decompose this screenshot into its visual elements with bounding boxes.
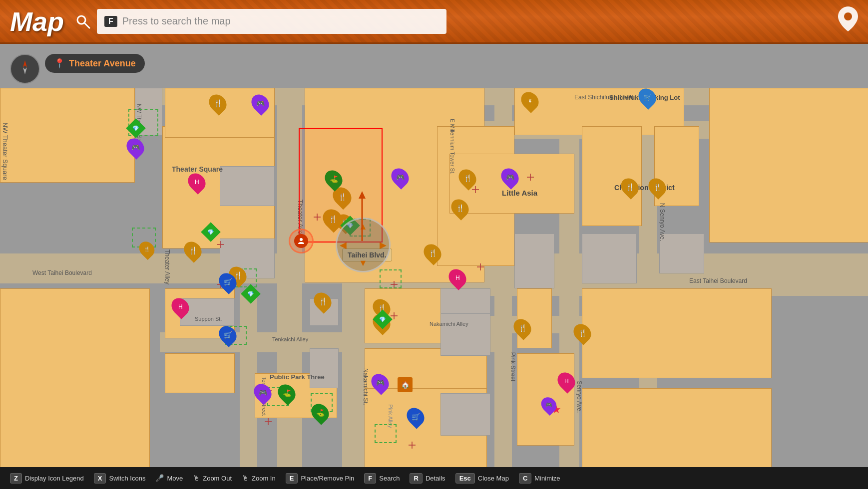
pin-food-bottom-1[interactable]: 🍴 — [315, 292, 331, 311]
marker-cross-2 — [527, 174, 534, 181]
search-label: Search — [379, 475, 400, 482]
map-title: Map — [10, 6, 64, 37]
map-container[interactable]: Theater Square NW Theater Square Theater… — [0, 44, 868, 467]
pin-shop-3[interactable]: 🛒 — [408, 407, 424, 426]
gray-9 — [514, 234, 554, 288]
move-key: 🎤 Move — [155, 474, 183, 482]
pin-home-1[interactable]: 🏠 — [398, 377, 413, 392]
bottom-bar: Z Display Icon Legend X Switch Icons 🎤 M… — [0, 467, 868, 489]
right-block-1 — [582, 126, 642, 226]
zoom-in-icon: 🖱 — [242, 474, 249, 482]
details-label: Details — [426, 475, 445, 482]
place-pin-label: Place/Remove Pin — [301, 475, 354, 482]
gray-6 — [440, 288, 490, 316]
pin-food-left-1[interactable]: 🍴 — [185, 241, 201, 260]
pin-shop-4[interactable]: 🛒 — [639, 88, 655, 107]
move-icon: 🎤 — [155, 474, 164, 482]
pin-game-3[interactable]: 🎮 — [392, 168, 408, 187]
pin-food-right-1[interactable]: 🍴 — [514, 318, 530, 337]
dashed-highlight-9 — [375, 424, 397, 443]
switch-icons-label: Switch Icons — [109, 475, 145, 482]
pin-food-2[interactable]: ¥ — [522, 91, 538, 110]
pin-special-2[interactable]: 💎 — [204, 225, 218, 239]
pin-hotel-2[interactable]: H — [172, 297, 188, 316]
pin-special-1[interactable]: 💎 — [129, 121, 143, 135]
c-key-badge: C — [519, 473, 531, 484]
zoom-out-label: Zoom Out — [203, 475, 232, 482]
pin-golf-2[interactable]: ⛳ — [279, 384, 295, 403]
zoom-out-icon: 🖱 — [193, 474, 200, 482]
z-key-badge: Z — [10, 473, 22, 484]
pin-special-5[interactable]: 💎 — [376, 312, 390, 326]
place-pin-key: E Place/Remove Pin — [286, 473, 355, 484]
breadcrumb-location: Theater Avenue — [69, 58, 136, 69]
minimize-key: C Minimize — [519, 473, 560, 484]
gray-7 — [440, 313, 490, 356]
compass-needle — [16, 58, 34, 80]
display-icon-legend-key: Z Display Icon Legend — [10, 473, 84, 484]
pin-food-4[interactable]: 🍴 — [452, 199, 468, 218]
nw-block — [0, 88, 135, 183]
pin-hotel-1[interactable]: H — [189, 173, 205, 192]
pin-game-5[interactable]: 🎮 — [255, 383, 271, 402]
pin-game-bottom-1[interactable]: 🎮 — [542, 397, 556, 413]
close-map-key[interactable]: Esc Close Map — [455, 473, 509, 484]
pin-game-2[interactable]: 🎮 — [252, 94, 268, 113]
pin-hotel-4[interactable]: H — [558, 372, 574, 391]
pin-food-1[interactable]: 🍴 — [210, 94, 226, 113]
marker-cross-8 — [265, 418, 272, 425]
zoom-in-label: Zoom In — [252, 475, 276, 482]
location-breadcrumb: 📍 Theater Avenue — [45, 54, 145, 73]
marker-cross-11 — [477, 263, 484, 270]
right-bottom-block — [582, 288, 772, 378]
header: Map F Press to search the map — [0, 0, 868, 44]
gray-11 — [659, 234, 704, 273]
close-map-label: Close Map — [478, 475, 509, 482]
pin-hotel-3[interactable]: H — [449, 268, 465, 287]
pin-food-3[interactable]: 🍴 — [459, 169, 475, 188]
pin-food-right-3[interactable]: 🍴 — [425, 244, 440, 262]
r-key-badge: R — [410, 473, 422, 484]
svg-marker-4 — [359, 191, 366, 199]
svg-line-1 — [84, 23, 89, 28]
pin-food-right-2[interactable]: 🍴 — [574, 323, 590, 342]
bottom-left-block — [0, 288, 150, 467]
direction-arrow — [357, 191, 367, 253]
pin-shop-1[interactable]: 🛒 — [220, 272, 236, 291]
pin-food-far-right-2[interactable]: 🍴 — [649, 178, 665, 197]
pin-golf-3[interactable]: ⛳ — [312, 403, 328, 422]
b-left-3 — [165, 353, 235, 393]
e-key-badge: E — [286, 473, 298, 484]
svg-marker-7 — [23, 67, 27, 74]
pin-shop-2[interactable]: 🛒 — [220, 325, 236, 344]
marker-cross-3 — [217, 241, 224, 248]
svg-point-2 — [844, 12, 852, 20]
pin-special-3[interactable]: 💎 — [244, 287, 258, 301]
gray-8 — [440, 393, 490, 436]
search-bar[interactable]: F Press to search the map — [97, 9, 446, 34]
location-icon — [838, 6, 858, 36]
pin-game-4[interactable]: 🎮 — [502, 168, 518, 187]
esc-key-badge: Esc — [455, 473, 475, 484]
minimize-label: Minimize — [534, 475, 560, 482]
breadcrumb-pin-icon: 📍 — [54, 58, 65, 69]
display-icon-legend-label: Display Icon Legend — [25, 475, 84, 482]
pin-food-left-2[interactable]: 🍴 — [140, 241, 154, 257]
player-marker — [289, 229, 314, 253]
dashed-highlight-5 — [380, 269, 402, 288]
compass[interactable] — [10, 54, 40, 84]
x-key-badge: X — [94, 473, 106, 484]
switch-icons-key: X Switch Icons — [94, 473, 146, 484]
search-key[interactable]: F Search — [364, 473, 400, 484]
gray-2 — [220, 166, 275, 206]
marker-cross-9 — [409, 442, 416, 449]
zoom-out-key: 🖱 Zoom Out — [193, 474, 232, 482]
details-key: R Details — [410, 473, 445, 484]
gray-5 — [310, 348, 339, 388]
champion-block — [709, 88, 868, 243]
pin-game-1[interactable]: 🎮 — [127, 138, 143, 157]
lower-far-right — [582, 388, 772, 467]
pin-food-far-right-1[interactable]: 🍴 — [622, 178, 638, 197]
zoom-in-key: 🖱 Zoom In — [242, 474, 276, 482]
pin-game-6[interactable]: 🎮 — [372, 373, 388, 392]
